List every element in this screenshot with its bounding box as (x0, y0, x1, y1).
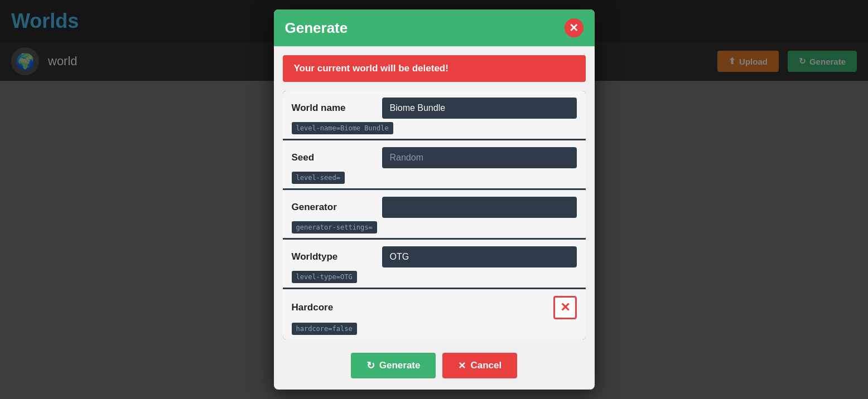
hardcore-toggle-button[interactable]: ✕ (553, 296, 577, 319)
warning-text: Your current world will be deleted! (294, 63, 449, 74)
cancel-x-icon: ✕ (458, 360, 466, 372)
seed-meta: level-seed= (292, 172, 345, 184)
field-generator: Generator generator-settings= (283, 190, 586, 240)
generate-modal: Generate ✕ Your current world will be de… (274, 9, 595, 390)
generator-meta: generator-settings= (292, 221, 377, 233)
hardcore-field-label: Hardcore (292, 302, 375, 313)
modal-close-button[interactable]: ✕ (565, 18, 584, 37)
field-hardcore: Hardcore ✕ hardcore=false (283, 289, 586, 339)
hardcore-meta: hardcore=false (292, 323, 357, 335)
form-area: World name level-name=Biome Bundle Seed … (283, 91, 586, 339)
seed-input[interactable] (382, 147, 577, 168)
worldtype-meta: level-type=OTG (292, 271, 357, 283)
worldtype-input[interactable] (382, 246, 577, 267)
generator-field-label: Generator (292, 202, 375, 213)
cancel-button[interactable]: ✕ Cancel (442, 353, 517, 378)
modal-title: Generate (285, 20, 348, 37)
field-seed: Seed level-seed= (283, 140, 586, 190)
hardcore-x-icon: ✕ (560, 300, 570, 315)
modal-overlay: Generate ✕ Your current world will be de… (0, 0, 868, 399)
confirm-generate-icon: ↻ (367, 359, 375, 372)
world-name-field-label: World name (292, 103, 375, 114)
world-name-input[interactable] (382, 98, 577, 119)
generator-input[interactable] (382, 197, 577, 218)
warning-banner: Your current world will be deleted! (283, 55, 586, 82)
worldtype-field-label: Worldtype (292, 251, 375, 262)
field-worldtype: Worldtype level-type=OTG (283, 240, 586, 289)
modal-footer: ↻ Generate ✕ Cancel (274, 348, 595, 390)
seed-field-label: Seed (292, 152, 375, 163)
field-world-name: World name level-name=Biome Bundle (283, 91, 586, 140)
world-name-meta: level-name=Biome Bundle (292, 122, 393, 134)
confirm-generate-button[interactable]: ↻ Generate (351, 353, 436, 378)
modal-header: Generate ✕ (274, 9, 595, 46)
